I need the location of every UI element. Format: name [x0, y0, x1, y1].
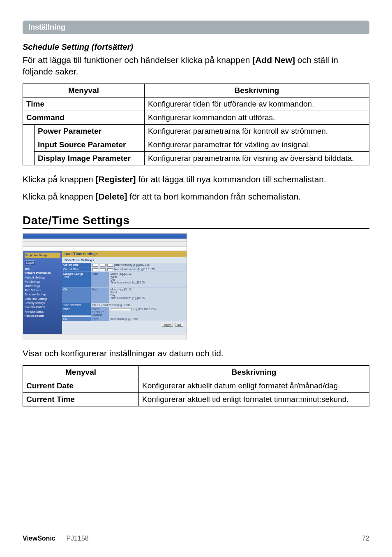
ss-side-item-5[interactable]: Alert Settings	[25, 288, 60, 292]
ss-end-day: Day	[111, 294, 185, 297]
ss-side-header: Projector Setup	[25, 253, 60, 258]
intro-pre: För att lägga till funktioner och händel…	[23, 55, 252, 65]
ss-side-item-3[interactable]: Port Settings	[25, 280, 60, 284]
row-time-label: Time	[23, 97, 145, 111]
ss-menubar	[23, 239, 187, 242]
ss-statusbar	[23, 334, 187, 340]
ss-body: Projector Setup Logoff Top: Network Info…	[23, 251, 187, 334]
ss-eg-sntp-srv: [e.g.]192.168.1.254	[133, 308, 156, 311]
register-note: Klicka på knappen [Register] för att läg…	[23, 174, 369, 185]
ss-side-item-8[interactable]: Security Settings	[25, 301, 60, 305]
ss-toolbar	[23, 242, 187, 247]
ss-lab-sntp-srv: SNTP Server IP Address	[91, 307, 109, 317]
row-command-desc: Konfigurerar kommandon att utföras.	[144, 111, 369, 124]
footer-model: PJ1158	[66, 535, 88, 542]
ss-eg-current-date: year/month/day [e.g.]05/01/25	[114, 263, 149, 266]
ss-val-sntp-srv[interactable]: [e.g.]192.168.1.254	[109, 307, 187, 317]
ss-start-day: Day	[111, 278, 185, 281]
delete-note: Klicka på knappen [Delete] för att ta bo…	[23, 191, 369, 202]
ss-lab-dst-on[interactable]: ON	[62, 288, 91, 303]
ss-panel-title: Date/Time Settings	[62, 251, 187, 257]
ss-eg-current-time: hour:minute:second [e.g.]18:01:25	[114, 268, 154, 271]
ss-lab-dst: Daylight Savings Time	[62, 272, 91, 288]
ss-section-label: Date/Time Settings	[62, 257, 187, 263]
intro-bold: [Add New]	[252, 55, 295, 65]
datetime-caption: Visar och konfigurerar inställningar av …	[23, 348, 369, 359]
datetime-screenshot: Projector Setup Logoff Top: Network Info…	[23, 233, 187, 340]
ss-sidebar: Projector Setup Logoff Top: Network Info…	[23, 251, 62, 334]
ss-lab-current-time: Current Time	[62, 267, 91, 272]
sched-th-beskrivning: Beskrivning	[144, 84, 369, 97]
footer-page: 72	[362, 535, 369, 542]
schedule-intro: För att lägga till funktioner och händel…	[23, 54, 369, 78]
ss-side-item-11[interactable]: Network Restart	[25, 314, 60, 318]
ss-buttons: Apply Top	[62, 321, 187, 328]
ss-val-current-date[interactable]: // year/month/day [e.g.]05/01/25	[91, 263, 187, 267]
ss-lab-end: End	[91, 288, 109, 303]
command-indent-cell	[23, 124, 35, 165]
ss-val-sntp-cycle[interactable]: hour:minute [e.g.]18:06	[109, 317, 187, 321]
ss-side-item-0[interactable]: Top:	[25, 267, 60, 271]
ss-logoff-button[interactable]: Logoff	[25, 260, 35, 265]
ss-window-titlebar	[23, 234, 187, 239]
ss-main: Date/Time Settings Date/Time Settings Cu…	[62, 251, 187, 334]
ss-addressbar	[23, 247, 187, 251]
footer-brand: ViewSonic	[23, 535, 55, 542]
schedule-subheading: Schedule Setting (fortsätter)	[23, 42, 369, 52]
row-display-desc: Konfigurerar parametrarna för visning av…	[144, 151, 369, 165]
ss-apply-button[interactable]: Apply	[162, 323, 173, 327]
del-post: för att ta bort kommandon från schemalis…	[127, 192, 301, 201]
schedule-table: Menyval Beskrivning Time Konfigurerar ti…	[23, 84, 369, 165]
ss-side-item-4[interactable]: Mail Settings	[25, 284, 60, 288]
dt-row-date-desc: Konfigurerar aktuellt datum enligt forma…	[139, 379, 369, 392]
reg-bold: [Register]	[95, 174, 136, 184]
row-power-label: Power Parameter	[35, 124, 145, 138]
ss-top-button[interactable]: Top	[175, 323, 183, 327]
row-command-label: Command	[23, 111, 145, 124]
ss-end-time: Time hour:minute [e.g.]18:06	[111, 297, 185, 299]
dt-th-menyval: Menyval	[23, 365, 139, 379]
ss-end-month: Month [e.g.]01-12	[111, 288, 185, 291]
sched-th-menyval: Menyval	[23, 84, 145, 97]
ss-side-item-10[interactable]: Projector Status	[25, 310, 60, 314]
ss-val-start[interactable]: Month [e.g.]01-12 Week Day Time hour:min…	[109, 272, 187, 288]
row-input-label: Input Source Parameter	[35, 138, 145, 151]
datetime-table: Menyval Beskrivning Current Date Konfigu…	[23, 365, 369, 406]
ss-val-end[interactable]: Month [e.g.]01-12 Week Day Time hour:min…	[109, 288, 187, 303]
row-display-label: Display Image Parameter	[35, 151, 145, 165]
ss-start-week: Week	[111, 275, 185, 278]
dt-row-time-desc: Konfigurerar aktuell tid enligt formatet…	[139, 392, 369, 406]
ss-lab-start: Start	[91, 272, 109, 288]
dt-row-date-label: Current Date	[23, 379, 139, 392]
ss-side-item-9[interactable]: Projector Control	[25, 305, 60, 309]
row-power-desc: Konfigurerar parametrarna för kontroll a…	[144, 124, 369, 138]
ss-lab-sntp-on[interactable]: ON	[62, 317, 91, 321]
ss-start-time: Time hour:minute [e.g.]18:06	[111, 281, 185, 284]
ss-val-current-time[interactable]: :: hour:minute:second [e.g.]18:01:25	[91, 267, 187, 272]
ss-lab-sntp: SNTP	[62, 307, 91, 316]
ss-lab-sntp-cycle: Cycle	[91, 317, 109, 321]
ss-side-item-1[interactable]: Network Information	[25, 271, 60, 275]
ss-side-item-6[interactable]: Schedule Settings	[25, 292, 60, 297]
dt-row-time-label: Current Time	[23, 392, 139, 406]
dt-th-beskrivning: Beskrivning	[139, 365, 369, 379]
del-bold: [Delete]	[95, 192, 127, 201]
section-tab: Inställning	[23, 21, 369, 34]
ss-lab-timediff: Time difference	[62, 303, 91, 307]
del-pre: Klicka på knappen	[23, 192, 95, 201]
row-input-desc: Konfigurerar parametrar för växling av i…	[144, 138, 369, 151]
ss-start-month: Month [e.g.]01-12	[111, 272, 185, 275]
ss-end-week: Week	[111, 291, 185, 294]
ss-val-timediff[interactable]: GMT + - hour:minute [e.g.]18:06	[91, 303, 187, 307]
ss-side-item-7[interactable]: Date/Time Settings	[25, 297, 60, 301]
page-footer: ViewSonic PJ1158 72	[23, 535, 369, 542]
reg-post: för att lägga till nya kommandon till sc…	[136, 174, 326, 184]
row-time-desc: Konfigurerar tiden för utförande av komm…	[144, 97, 369, 111]
datetime-title: Date/Time Settings	[23, 214, 369, 229]
ss-side-item-2[interactable]: Network Settings	[25, 276, 60, 280]
reg-pre: Klicka på knappen	[23, 174, 95, 184]
ss-lab-current-date: Current Date	[62, 263, 91, 267]
